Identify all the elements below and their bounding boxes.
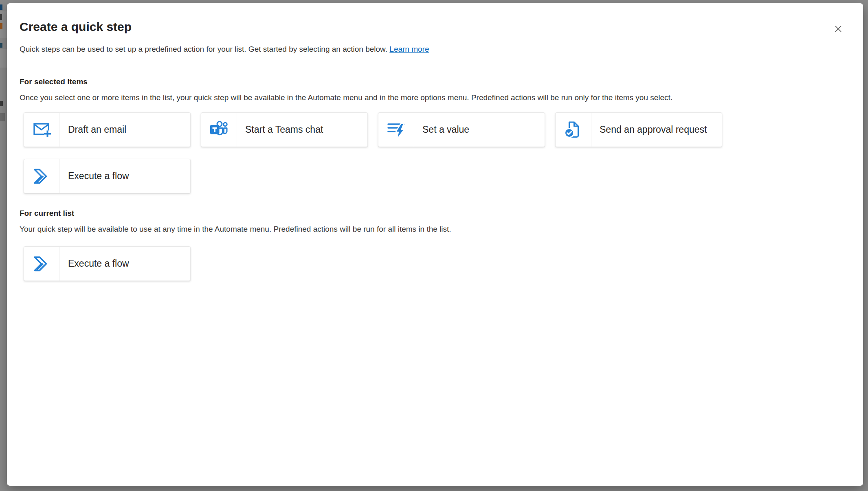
card-grid-for-selected-items: Draft an email Start a Teams chat (24, 112, 736, 193)
dialog-description: Quick steps can be used to set up a pred… (20, 44, 826, 55)
dialog-title: Create a quick step (20, 19, 826, 35)
teams-icon (201, 113, 237, 147)
quick-step-card-draft-an-email[interactable]: Draft an email (24, 112, 191, 147)
page-edge-fragment (0, 43, 2, 48)
quick-step-card-set-a-value[interactable]: Set a value (378, 112, 545, 147)
close-icon (833, 24, 843, 34)
power-automate-flow-icon (24, 159, 60, 193)
card-label: Execute a flow (60, 247, 129, 281)
power-automate-flow-icon (24, 247, 60, 281)
section-heading-for-selected-items: For selected items (20, 77, 826, 87)
quick-step-card-send-an-approval-request[interactable]: Send an approval request (555, 112, 722, 147)
close-button[interactable] (828, 19, 848, 39)
page-edge-fragment (0, 101, 3, 106)
quick-step-card-start-a-teams-chat[interactable]: Start a Teams chat (201, 112, 368, 147)
section-description-for-current-list: Your quick step will be available to use… (20, 224, 826, 235)
dialog-description-text: Quick steps can be used to set up a pred… (20, 45, 387, 53)
page-edge-fragment (0, 4, 2, 10)
section-heading-for-current-list: For current list (20, 208, 826, 219)
card-label: Draft an email (60, 113, 126, 147)
card-label: Send an approval request (591, 113, 707, 147)
card-grid-for-current-list: Execute a flow (24, 246, 736, 281)
page-edge-fragment (0, 113, 5, 121)
approval-document-check-icon (556, 113, 591, 147)
email-add-icon (24, 113, 60, 147)
create-quick-step-dialog: Create a quick step Quick steps can be u… (7, 3, 863, 486)
page-edge-fragment (0, 14, 2, 20)
quick-step-card-execute-a-flow[interactable]: Execute a flow (24, 159, 191, 193)
card-label: Start a Teams chat (237, 113, 323, 147)
card-label: Set a value (414, 113, 469, 147)
page-edge-band (0, 49, 7, 68)
page-edge-fragment (0, 23, 2, 29)
quick-step-card-execute-a-flow-current-list[interactable]: Execute a flow (24, 246, 191, 281)
learn-more-link[interactable]: Learn more (389, 45, 429, 53)
card-label: Execute a flow (60, 159, 129, 193)
set-value-lightning-icon (378, 113, 414, 147)
section-description-for-selected-items: Once you select one or more items in the… (20, 92, 826, 103)
